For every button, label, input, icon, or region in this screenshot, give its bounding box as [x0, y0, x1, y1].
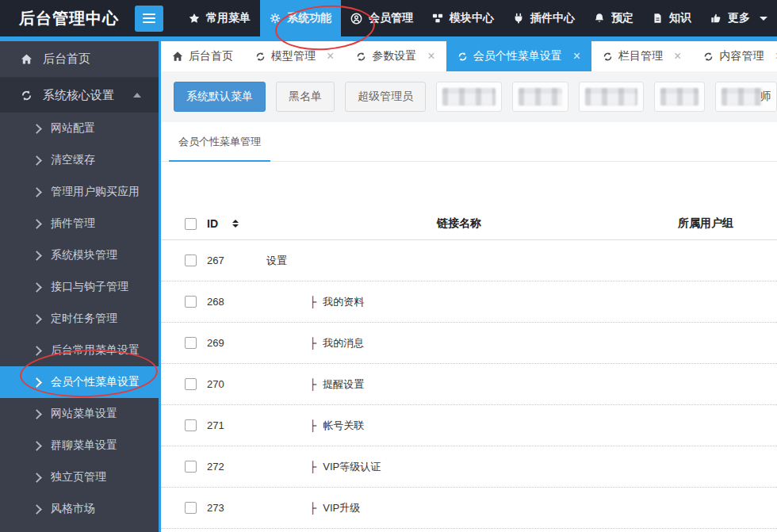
chevron-right-icon [32, 155, 42, 166]
row-checkbox[interactable] [185, 255, 197, 266]
caret-down-icon [760, 17, 767, 21]
table-row[interactable]: 273 ├VIP升级 [161, 488, 777, 529]
filter-button-super-admin[interactable]: 超级管理员 [345, 82, 426, 112]
main-area: 后台首页 模型管理 × 参数设置 × 会员个性菜单设置 × 栏目管理 × 内容管… [161, 41, 777, 532]
table-row[interactable]: 268 ├我的资料 [161, 281, 777, 323]
sidebar-item-clipped[interactable]: 权限控制 [0, 525, 159, 532]
chevron-right-icon [32, 219, 42, 229]
table-header-row: ID 链接名称 所属用户组 [161, 208, 777, 240]
filter-button-blacklist[interactable]: 黑名单 [276, 82, 335, 112]
column-header-user-group: 所属用户组 [658, 216, 753, 231]
filter-button-redacted-1[interactable] [436, 82, 502, 112]
nav-item-module-center[interactable]: 模块中心 [423, 0, 503, 36]
filter-button-redacted-5[interactable]: 师 [715, 82, 777, 112]
sidebar-item-site-menu-settings[interactable]: 网站菜单设置 [0, 398, 159, 430]
sidebar: 后台首页 系统核心设置 网站配置 清空缓存 管理用户购买应用 插件管理 系统模块… [0, 41, 161, 532]
close-icon[interactable]: × [327, 50, 334, 63]
select-all-checkbox[interactable] [185, 218, 197, 230]
row-checkbox[interactable] [185, 419, 197, 431]
star-icon [189, 13, 200, 24]
sidebar-item-group-chat-menu[interactable]: 群聊菜单设置 [0, 430, 159, 461]
user-circle-icon [350, 13, 362, 25]
chevron-right-icon [32, 409, 42, 419]
redacted-blur [519, 88, 562, 105]
row-id: 271 [207, 419, 224, 431]
nav-item-member-management[interactable]: 会员管理 [341, 0, 423, 36]
link-name: 提醒设置 [323, 377, 364, 392]
sidebar-item-plugin-management[interactable]: 插件管理 [0, 208, 159, 239]
filter-button-redacted-2[interactable] [512, 82, 568, 112]
close-icon[interactable]: × [427, 50, 434, 63]
nav-item-knowledge[interactable]: 知识 [643, 0, 701, 36]
redacted-blur [722, 88, 762, 105]
tab-model-management[interactable]: 模型管理 × [244, 41, 345, 71]
table-row[interactable]: 267 设置 [161, 240, 777, 281]
link-name: 帐号关联 [323, 419, 364, 433]
tab-content-management[interactable]: 内容管理 × [692, 41, 777, 71]
row-checkbox[interactable] [185, 337, 197, 349]
filter-button-redacted-4[interactable] [654, 82, 706, 112]
chevron-right-icon [32, 504, 42, 515]
bell-icon [594, 13, 605, 24]
sidebar-item-clear-cache[interactable]: 清空缓存 [0, 144, 159, 176]
redacted-blur [660, 88, 699, 105]
table-row[interactable]: 270 ├提醒设置 [161, 364, 777, 405]
top-nav-menu: 常用菜单 系统功能 会员管理 模块中心 插件中心 预定 知识 更多 [179, 0, 777, 36]
sidebar-item-website-config[interactable]: 网站配置 [0, 113, 159, 144]
chevron-right-icon [32, 441, 42, 451]
tab-member-menu-settings[interactable]: 会员个性菜单设置 × [446, 41, 591, 71]
redacted-blur [442, 88, 496, 105]
refresh-icon [356, 52, 366, 62]
cubes-icon [432, 13, 443, 24]
link-name: VIP等级认证 [323, 460, 381, 474]
sidebar-item-system-modules[interactable]: 系统模块管理 [0, 239, 159, 271]
filter-button-redacted-3[interactable] [579, 82, 643, 112]
tab-bar: 后台首页 模型管理 × 参数设置 × 会员个性菜单设置 × 栏目管理 × 内容管… [161, 41, 777, 71]
chevron-right-icon [32, 473, 42, 483]
row-id: 273 [207, 502, 224, 514]
sidebar-item-member-menu-settings[interactable]: 会员个性菜单设置 [0, 366, 159, 398]
sidebar-item-style-market[interactable]: 风格市场 [0, 493, 159, 525]
row-id: 268 [207, 296, 224, 308]
row-checkbox[interactable] [185, 502, 197, 514]
sidebar-item-user-purchases[interactable]: 管理用户购买应用 [0, 176, 159, 208]
content-panel: 会员个性菜单管理 ID 链接名称 所属用户组 267 设置 268 ├我的资料 [161, 122, 777, 532]
sidebar-item-standalone-pages[interactable]: 独立页管理 [0, 461, 159, 493]
table-row[interactable]: 269 ├我的消息 [161, 323, 777, 364]
sidebar-item-api-hooks[interactable]: 接口与钩子管理 [0, 271, 159, 303]
sidebar-section-system-core[interactable]: 系统核心设置 [0, 78, 159, 113]
sidebar-item-home[interactable]: 后台首页 [0, 41, 159, 78]
sidebar-item-admin-common-menu[interactable]: 后台常用菜单设置 [0, 335, 159, 366]
tree-prefix: ├ [309, 337, 316, 349]
tab-param-settings[interactable]: 参数设置 × [345, 41, 446, 71]
refresh-icon [703, 52, 714, 62]
chevron-right-icon [32, 346, 42, 356]
link-name: VIP升级 [323, 501, 360, 515]
sidebar-item-cron-tasks[interactable]: 定时任务管理 [0, 303, 159, 335]
row-checkbox[interactable] [185, 378, 197, 390]
sidebar-toggle-button[interactable] [135, 6, 163, 32]
refresh-icon [457, 52, 468, 62]
close-icon[interactable]: × [674, 50, 681, 63]
nav-item-booking[interactable]: 预定 [584, 0, 643, 36]
table-row[interactable]: 272 ├VIP等级认证 [161, 446, 777, 488]
table-row[interactable]: 271 ├帐号关联 [161, 405, 777, 446]
link-name: 我的消息 [323, 336, 364, 350]
subtab-member-menu-management[interactable]: 会员个性菜单管理 [169, 122, 270, 161]
sort-icon[interactable] [232, 220, 239, 228]
chevron-right-icon [32, 187, 42, 197]
filter-button-system-default-menu[interactable]: 系统默认菜单 [174, 82, 266, 112]
nav-item-more[interactable]: 更多 [701, 0, 777, 36]
tab-home[interactable]: 后台首页 [161, 41, 244, 71]
nav-item-common-menu[interactable]: 常用菜单 [179, 0, 260, 36]
tab-column-management[interactable]: 栏目管理 × [591, 41, 692, 71]
row-checkbox[interactable] [185, 461, 197, 473]
refresh-icon [255, 52, 266, 62]
row-id: 270 [207, 378, 224, 390]
nav-item-system-functions[interactable]: 系统功能 [260, 0, 341, 36]
close-icon[interactable]: × [573, 50, 580, 63]
row-checkbox[interactable] [185, 296, 197, 308]
nav-item-plugin-center[interactable]: 插件中心 [503, 0, 584, 36]
tree-prefix: ├ [309, 419, 316, 431]
chevron-right-icon [32, 251, 42, 261]
